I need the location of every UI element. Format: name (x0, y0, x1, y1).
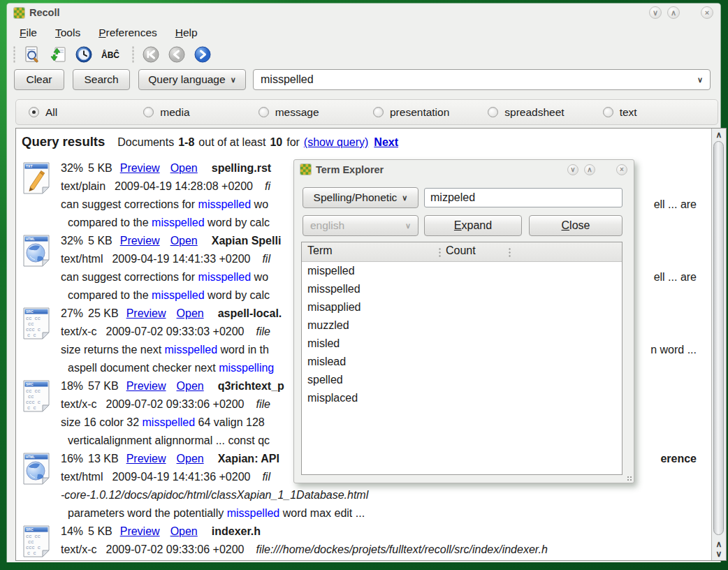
term-table-row[interactable]: misplaced (302, 389, 622, 407)
search-input[interactable]: misspelled ∨ (253, 69, 711, 90)
filter-option-media[interactable]: media (143, 106, 258, 119)
term-explorer-dialog: Term Explorer ∨∧× Spelling/Phonetic ∨ mi… (293, 159, 634, 483)
language-select: english ∨ (303, 215, 418, 236)
query-language-select[interactable]: Query language ∨ (138, 69, 246, 90)
svg-text:ccc c: ccc c (26, 545, 41, 550)
snippet-fragment: erence (659, 450, 697, 468)
expansion-mode-select[interactable]: Spelling/Phonetic ∨ (303, 187, 418, 208)
snippet-text: can suggest corrections for (61, 198, 198, 210)
maximize-button[interactable]: ∧ (584, 164, 595, 175)
filter-option-spreadsheet[interactable]: spreadsheet (488, 106, 602, 119)
term-cell: misapplied (307, 301, 361, 313)
svg-text:cc cc: cc cc (26, 534, 41, 539)
term-cell: mispelled (307, 265, 355, 277)
highlighted-term: misspelled (165, 344, 218, 356)
open-link[interactable]: Open (177, 380, 204, 392)
doc-date: 2009-07-02 09:33:06 +0200 (106, 398, 245, 410)
scroll-up-icon[interactable]: ∧ (712, 130, 726, 140)
svg-text:cc: cc (28, 321, 34, 327)
close-button[interactable]: Close (529, 215, 623, 236)
preview-link[interactable]: Preview (120, 525, 160, 537)
main-titlebar[interactable]: Recoll ∨∧× (7, 3, 720, 22)
minimize-button[interactable]: ∨ (649, 6, 662, 19)
radio-button[interactable] (488, 107, 498, 117)
column-header-term[interactable]: Term (307, 244, 333, 257)
doc-url: file (256, 398, 270, 410)
doc-date: 2009-04-19 14:28:08 +0200 (115, 180, 253, 192)
relevance-percent: 18% (61, 380, 83, 392)
next-page-icon[interactable] (193, 45, 212, 64)
term-table-row[interactable]: spelled (302, 371, 622, 389)
preview-link[interactable]: Preview (126, 453, 166, 465)
snippet-text: wo (251, 271, 268, 283)
term-input-value: mizpeled (430, 191, 475, 204)
svg-text:ccc c: ccc c (26, 327, 41, 332)
history-icon[interactable] (74, 45, 94, 64)
menu-tools[interactable]: Tools (48, 24, 87, 41)
filter-option-text[interactable]: text (603, 106, 718, 119)
scrollbar-thumb[interactable] (713, 141, 724, 535)
resize-grip[interactable] (627, 476, 632, 481)
term-explorer-icon[interactable]: ÅBĈ (100, 45, 125, 64)
term-table-row[interactable]: misspelled (302, 280, 622, 298)
preview-link[interactable]: Preview (126, 307, 166, 319)
advanced-search-icon[interactable] (22, 45, 42, 64)
show-query-link[interactable]: (show query) (304, 136, 368, 149)
column-resize-handle[interactable] (439, 247, 441, 257)
filter-label: presentation (390, 106, 449, 119)
svg-text:cc: cc (28, 539, 34, 545)
term-table-row[interactable]: mislead (302, 353, 622, 371)
radio-button[interactable] (259, 107, 269, 117)
results-total: 10 (270, 136, 282, 149)
filter-option-message[interactable]: message (259, 106, 373, 119)
close-button[interactable]: × (616, 164, 627, 175)
open-link[interactable]: Open (177, 453, 204, 465)
radio-button[interactable] (603, 107, 613, 117)
next-page-link[interactable]: Next (374, 136, 398, 149)
doc-url: fil (262, 253, 270, 265)
scroll-up-icon[interactable]: ∧ (712, 539, 726, 549)
preview-link[interactable]: Preview (126, 380, 166, 392)
menu-preferences[interactable]: Preferences (92, 24, 164, 41)
term-table-row[interactable]: muzzled (302, 316, 622, 335)
term-table-row[interactable]: mispelled (302, 262, 622, 280)
text-file-icon: TXT (22, 159, 61, 232)
scroll-down-icon[interactable]: ∨ (712, 549, 726, 559)
maximize-button[interactable]: ∧ (667, 6, 680, 19)
column-resize-handle[interactable] (509, 247, 511, 257)
menu-file[interactable]: File (13, 24, 44, 41)
column-header-count[interactable]: Count (446, 244, 476, 257)
results-scrollbar[interactable]: ∧ ∧ ∨ (711, 129, 726, 560)
open-link[interactable]: Open (170, 162, 198, 174)
file-size: 5 KB (88, 235, 112, 247)
open-link[interactable]: Open (170, 235, 198, 247)
search-button[interactable]: Search (73, 69, 130, 90)
radio-button[interactable] (373, 107, 384, 117)
filter-label: text (620, 106, 637, 119)
relevance-percent: 32% (61, 162, 83, 174)
result-text: 14%5 KBPreviewOpenindexer.htext/x-c2009-… (61, 522, 711, 560)
toolbar-handle (13, 46, 16, 63)
expand-button[interactable]: Expand (424, 215, 522, 236)
term-input[interactable]: mizpeled (424, 188, 623, 207)
radio-button[interactable] (143, 107, 154, 117)
filter-option-all[interactable]: All (29, 106, 143, 119)
minimize-button[interactable]: ∨ (567, 164, 578, 175)
open-link[interactable]: Open (170, 525, 198, 537)
update-index-icon[interactable] (48, 45, 68, 64)
open-link[interactable]: Open (177, 307, 204, 319)
preview-link[interactable]: Preview (120, 162, 160, 174)
dialog-titlebar[interactable]: Term Explorer ∨∧× (294, 160, 634, 179)
term-table-row[interactable]: misled (302, 335, 622, 353)
html-file-icon: HTML (22, 450, 61, 522)
close-button[interactable]: × (701, 6, 713, 19)
snippet-text: word max edit ... (279, 507, 365, 519)
radio-button-selected[interactable] (29, 107, 39, 117)
snippet-text: size returns the next (61, 344, 165, 356)
menu-help[interactable]: Help (168, 24, 205, 41)
term-table-header[interactable]: Term Count (302, 242, 622, 262)
term-table-row[interactable]: misapplied (302, 298, 622, 316)
preview-link[interactable]: Preview (120, 235, 160, 247)
filter-option-presentation[interactable]: presentation (373, 106, 488, 119)
clear-button[interactable]: Clear (14, 69, 64, 90)
